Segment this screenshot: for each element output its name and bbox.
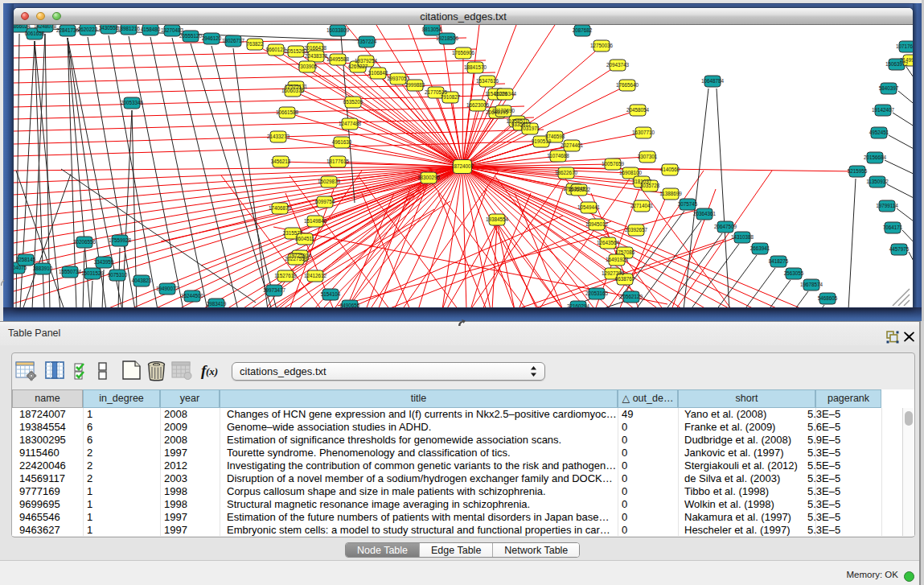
svg-text:15953222: 15953222: [568, 187, 591, 192]
svg-text:22160294: 22160294: [567, 303, 590, 307]
svg-text:5154104: 5154104: [321, 291, 341, 297]
svg-text:19218506: 19218506: [436, 35, 459, 41]
svg-text:18177615: 18177615: [326, 159, 350, 164]
svg-text:13132690: 13132690: [492, 108, 515, 113]
svg-text:7064171: 7064171: [883, 225, 903, 230]
svg-text:12412612: 12412612: [304, 273, 327, 278]
svg-text:5468605: 5468605: [818, 295, 838, 301]
svg-text:22053165: 22053165: [585, 290, 609, 296]
svg-text:(x): (x): [206, 365, 218, 377]
svg-text:2983419: 2983419: [207, 301, 227, 307]
svg-text:10661588: 10661588: [276, 109, 299, 115]
svg-text:15550734: 15550734: [59, 269, 82, 274]
svg-text:8660123: 8660123: [266, 47, 286, 52]
svg-text:15031529: 15031529: [81, 270, 105, 276]
svg-text:20206556: 20206556: [73, 239, 97, 245]
svg-text:7910827: 7910827: [441, 94, 461, 100]
svg-text:18724007: 18724007: [451, 163, 474, 169]
svg-text:16908100: 16908100: [619, 170, 643, 175]
svg-text:1757086: 1757086: [615, 249, 635, 255]
svg-text:17656906: 17656906: [452, 50, 475, 56]
svg-text:15347616: 15347616: [476, 78, 499, 84]
svg-text:19379254: 19379254: [355, 58, 378, 64]
svg-text:19973477: 19973477: [263, 287, 286, 293]
svg-text:20555120: 20555120: [179, 33, 203, 39]
svg-text:19799114: 19799114: [876, 203, 898, 208]
svg-text:3343959: 3343959: [94, 259, 114, 265]
svg-text:5840397: 5840397: [879, 85, 899, 91]
svg-text:3430558: 3430558: [99, 25, 119, 31]
svg-text:4457975: 4457975: [889, 246, 910, 252]
svg-text:10717675: 10717675: [896, 43, 913, 49]
svg-text:4961630: 4961630: [332, 139, 352, 145]
svg-text:2663941: 2663941: [750, 245, 770, 251]
svg-text:19490077: 19490077: [156, 286, 179, 291]
svg-text:20392657: 20392657: [625, 227, 648, 233]
svg-text:17559928: 17559928: [109, 237, 132, 243]
svg-text:20364361: 20364361: [693, 211, 717, 216]
svg-text:16491923: 16491923: [606, 257, 629, 262]
svg-text:20647509: 20647509: [714, 224, 737, 229]
svg-text:8813054: 8813054: [422, 27, 442, 32]
svg-text:21433273: 21433273: [267, 134, 290, 139]
svg-text:22841736: 22841736: [56, 27, 80, 33]
svg-text:9075310: 9075310: [108, 272, 128, 278]
svg-text:11388699: 11388699: [659, 191, 682, 196]
svg-text:3604511: 3604511: [295, 236, 315, 241]
svg-text:15149848: 15149848: [304, 218, 327, 224]
svg-text:9190519: 9190519: [532, 138, 552, 144]
svg-text:11527619: 11527619: [274, 273, 297, 278]
svg-text:4158480: 4158480: [141, 27, 161, 32]
svg-text:15029873: 15029873: [318, 179, 341, 184]
svg-text:6638767: 6638767: [615, 276, 635, 282]
svg-text:20053346: 20053346: [121, 100, 144, 105]
svg-text:18622670: 18622670: [555, 170, 578, 175]
svg-text:3075745: 3075745: [678, 201, 698, 207]
svg-text:20458054: 20458054: [626, 107, 650, 113]
svg-text:11866024: 11866024: [14, 25, 31, 29]
svg-text:8418275: 8418275: [769, 258, 789, 264]
svg-text:2999883: 2999883: [405, 82, 425, 88]
svg-text:15244500: 15244500: [181, 293, 204, 299]
svg-text:13945012: 13945012: [585, 221, 609, 227]
svg-text:22714041: 22714041: [630, 203, 654, 208]
svg-text:2315577: 2315577: [283, 230, 303, 236]
svg-text:20562129: 20562129: [620, 294, 643, 299]
svg-text:7357224: 7357224: [357, 39, 377, 44]
svg-text:3307301: 3307301: [638, 154, 658, 159]
svg-text:2258145: 2258145: [16, 257, 36, 262]
svg-text:3106848: 3106848: [368, 70, 388, 76]
svg-text:13270483: 13270483: [161, 27, 184, 33]
svg-text:16623006: 16623006: [466, 102, 490, 108]
svg-text:21499058: 21499058: [900, 57, 913, 63]
svg-text:4269227: 4269227: [348, 64, 368, 69]
svg-text:19384554: 19384554: [486, 216, 509, 222]
svg-text:10648784: 10648784: [701, 78, 725, 84]
svg-text:12477488: 12477488: [339, 121, 362, 126]
svg-text:17665640: 17665640: [616, 82, 639, 88]
svg-text:5215955: 5215955: [848, 168, 868, 174]
svg-text:20227559: 20227559: [285, 256, 308, 262]
svg-text:8204075: 8204075: [14, 265, 27, 270]
svg-text:6099754: 6099754: [315, 199, 335, 204]
svg-text:3883910: 3883910: [33, 266, 53, 271]
svg-text:22438378: 22438378: [305, 53, 328, 59]
svg-text:18300295: 18300295: [417, 175, 441, 180]
svg-text:6061658: 6061658: [25, 31, 45, 36]
svg-text:2087682: 2087682: [573, 27, 593, 33]
svg-text:12643564: 12643564: [597, 240, 620, 245]
svg-text:3746598: 3746598: [545, 134, 565, 139]
svg-text:12927396: 12927396: [602, 270, 625, 276]
svg-text:16307710: 16307710: [632, 130, 655, 135]
svg-text:11074688: 11074688: [547, 153, 569, 159]
svg-text:3456213: 3456213: [271, 159, 291, 164]
svg-text:18841570: 18841570: [464, 64, 487, 70]
svg-text:2946120: 2946120: [202, 35, 222, 41]
svg-text:14248078: 14248078: [34, 25, 57, 29]
svg-text:6535209: 6535209: [343, 99, 363, 105]
svg-text:20166438: 20166438: [304, 45, 327, 51]
svg-text:18026717: 18026717: [222, 38, 245, 43]
svg-text:20943743: 20943743: [606, 62, 630, 68]
svg-text:18981216: 18981216: [117, 26, 141, 31]
svg-text:19678574: 19678574: [800, 282, 823, 287]
